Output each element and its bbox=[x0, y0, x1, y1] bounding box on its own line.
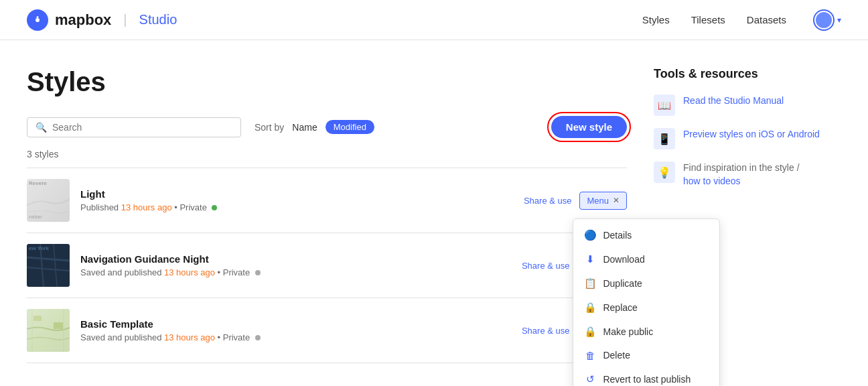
share-use-navigation[interactable]: Share & use bbox=[522, 261, 570, 271]
menu-dropdown-light: Menu ✕ 🔵 Details ⬇ Download bbox=[579, 192, 627, 210]
thumb-boston: Revere oston bbox=[27, 179, 70, 222]
style-meta-basic: Saved and published 13 hours ago • Priva… bbox=[80, 332, 511, 342]
style-thumbnail-light: Revere oston bbox=[27, 179, 70, 222]
manual-icon: 📖 bbox=[654, 94, 675, 116]
share-use-light[interactable]: Share & use bbox=[524, 196, 572, 206]
search-box[interactable]: 🔍 bbox=[27, 117, 241, 137]
style-info-navigation: Navigation Guidance Night Saved and publ… bbox=[80, 253, 511, 277]
dropdown-download[interactable]: ⬇ Download bbox=[573, 247, 719, 271]
style-time-light: 13 hours ago bbox=[121, 202, 172, 212]
delete-icon: 🗑 bbox=[584, 350, 596, 361]
header: mapbox | Studio Styles Tilesets Datasets… bbox=[0, 0, 868, 40]
ios-link[interactable]: iOS bbox=[759, 129, 774, 139]
style-time-basic: 13 hours ago bbox=[164, 332, 215, 342]
android-link[interactable]: Android bbox=[788, 129, 820, 139]
nav-datasets[interactable]: Datasets bbox=[747, 14, 786, 25]
svg-rect-10 bbox=[33, 316, 42, 321]
svg-point-1 bbox=[35, 18, 40, 22]
videos-link[interactable]: how to videos bbox=[683, 176, 741, 186]
sidebar-title: Tools & resources bbox=[654, 67, 841, 81]
sort-modified-btn[interactable]: Modified bbox=[326, 120, 374, 134]
search-icon: 🔍 bbox=[35, 122, 47, 133]
new-style-button[interactable]: New style bbox=[551, 116, 627, 138]
style-name-basic: Basic Template bbox=[80, 318, 511, 330]
download-icon: ⬇ bbox=[584, 253, 596, 265]
dropdown-details[interactable]: 🔵 Details bbox=[573, 223, 719, 247]
sidebar-item-preview: 📱 Preview styles on iOS or Android bbox=[654, 128, 841, 149]
dropdown-delete[interactable]: 🗑 Delete bbox=[573, 344, 719, 367]
dropdown-make-public-label: Make public bbox=[603, 326, 653, 337]
svg-point-2 bbox=[37, 16, 39, 18]
style-item-light: Revere oston Light Published 13 hours ag… bbox=[27, 168, 627, 233]
nav-tilesets[interactable]: Tilesets bbox=[691, 14, 725, 25]
main-content: Styles 🔍 Sort by Name Modified New style… bbox=[0, 40, 868, 386]
style-meta-light: Published 13 hours ago • Private bbox=[80, 202, 513, 212]
status-dot-light bbox=[212, 205, 217, 210]
style-time-navigation: 13 hours ago bbox=[164, 267, 215, 277]
style-meta-navigation: Saved and published 13 hours ago • Priva… bbox=[80, 267, 511, 277]
sort-by-label: Sort by bbox=[255, 122, 284, 133]
svg-rect-4 bbox=[27, 244, 70, 287]
style-info-light: Light Published 13 hours ago • Private bbox=[80, 188, 513, 212]
nav-styles[interactable]: Styles bbox=[642, 14, 670, 25]
dropdown-duplicate[interactable]: 📋 Duplicate bbox=[573, 271, 719, 296]
style-item-navigation: ew York Navigation Guidance Night Sav bbox=[27, 233, 627, 298]
search-input[interactable] bbox=[52, 122, 232, 133]
styles-count: 3 styles bbox=[27, 149, 627, 159]
dropdown-details-label: Details bbox=[603, 230, 632, 241]
dropdown-menu: 🔵 Details ⬇ Download 📋 Duplicate bbox=[573, 218, 720, 387]
style-thumbnail-basic bbox=[27, 309, 70, 352]
dropdown-duplicate-label: Duplicate bbox=[603, 278, 642, 289]
search-row: 🔍 Sort by Name Modified New style bbox=[27, 116, 627, 138]
studio-label: Studio bbox=[139, 12, 177, 27]
dropdown-make-public[interactable]: 🔒 Make public bbox=[573, 320, 719, 344]
chevron-down-icon: ▾ bbox=[837, 15, 841, 25]
styles-content: Styles 🔍 Sort by Name Modified New style… bbox=[27, 67, 627, 363]
duplicate-icon: 📋 bbox=[584, 277, 596, 290]
make-public-icon: 🔒 bbox=[584, 326, 596, 338]
mapbox-logo-icon bbox=[27, 9, 48, 31]
inspiration-icon: 💡 bbox=[654, 162, 675, 183]
user-menu[interactable]: ▾ bbox=[808, 9, 841, 31]
dropdown-replace[interactable]: 🔒 Replace bbox=[573, 296, 719, 320]
menu-label: Menu bbox=[587, 196, 609, 206]
logo-text: mapbox bbox=[55, 11, 111, 29]
svg-rect-11 bbox=[54, 322, 63, 329]
sidebar-item-manual: 📖 Read the Studio Manual bbox=[654, 94, 841, 116]
header-logo-area: mapbox | Studio bbox=[27, 9, 177, 31]
style-item-basic: Basic Template Saved and published 13 ho… bbox=[27, 298, 627, 363]
style-info-basic: Basic Template Saved and published 13 ho… bbox=[80, 318, 511, 342]
thumb-ny: ew York bbox=[27, 244, 70, 287]
avatar bbox=[813, 9, 835, 31]
svg-rect-3 bbox=[27, 179, 70, 222]
sidebar-item-inspiration: 💡 Find inspiration in the style / how to… bbox=[654, 162, 841, 188]
dropdown-download-label: Download bbox=[603, 254, 644, 265]
status-dot-navigation bbox=[255, 270, 261, 275]
style-actions-light: Share & use Menu ✕ 🔵 Details bbox=[524, 192, 627, 210]
style-list: Revere oston Light Published 13 hours ag… bbox=[27, 168, 627, 363]
inspiration-text: Find inspiration in the style / how to v… bbox=[683, 162, 800, 188]
thumb-basic bbox=[27, 309, 70, 352]
page-title: Styles bbox=[27, 67, 627, 97]
header-nav: Styles Tilesets Datasets ▾ bbox=[642, 9, 841, 31]
replace-icon: 🔒 bbox=[584, 302, 596, 314]
status-dot-basic bbox=[255, 335, 261, 340]
dropdown-delete-label: Delete bbox=[603, 350, 630, 361]
share-use-basic[interactable]: Share & use bbox=[522, 326, 570, 336]
style-name-light: Light bbox=[80, 188, 513, 200]
close-icon: ✕ bbox=[613, 196, 620, 205]
dropdown-replace-label: Replace bbox=[603, 302, 637, 313]
details-icon: 🔵 bbox=[584, 229, 596, 241]
sort-name-btn[interactable]: Name bbox=[292, 122, 317, 133]
preview-icon: 📱 bbox=[654, 128, 675, 149]
style-thumbnail-navigation: ew York bbox=[27, 244, 70, 287]
menu-button-light[interactable]: Menu ✕ bbox=[579, 192, 627, 210]
dropdown-revert[interactable]: ↺ Revert to last publish bbox=[573, 367, 719, 387]
avatar-image bbox=[814, 11, 833, 29]
style-name-navigation: Navigation Guidance Night bbox=[80, 253, 511, 265]
manual-link[interactable]: Read the Studio Manual bbox=[683, 94, 784, 108]
revert-icon: ↺ bbox=[584, 373, 596, 385]
header-divider: | bbox=[123, 12, 127, 27]
dropdown-revert-label: Revert to last publish bbox=[603, 374, 691, 385]
preview-text: Preview styles on iOS or Android bbox=[683, 128, 820, 141]
